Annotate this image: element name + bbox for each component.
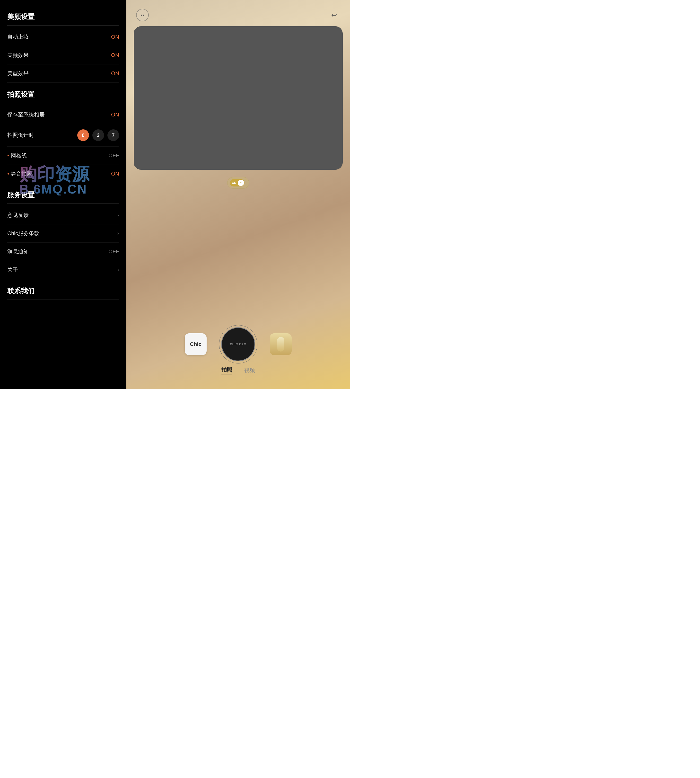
camera-row: Chic CHIC CAM [134,327,343,361]
feedback-label: 意见反馈 [7,212,29,219]
toggle-knob: ✦ [238,180,244,186]
bottom-controls: Chic CHIC CAM 拍照 视频 [127,199,350,389]
shutter-ring [219,325,257,364]
silent-photo-row[interactable]: 静音拍照 ON [7,165,119,183]
countdown-row: 拍照倒计时 0 3 7 [7,124,119,147]
shape-effect-status: ON [111,70,119,77]
beauty-effect-status: ON [111,52,119,58]
settings-panel: 美颜设置 自动上妆 ON 美颜效果 ON 美型效果 ON 拍照设置 保存至系统相… [0,0,127,389]
contact-section: 联系我们 [7,286,119,300]
chic-thumbnail[interactable]: Chic [185,333,207,355]
mode-tabs: 拍照 视频 [222,366,255,374]
photo-section: 拍照设置 保存至系统相册 ON 拍照倒计时 0 3 7 网格线 OFF 静音拍照… [7,90,119,183]
notifications-row[interactable]: 消息通知 OFF [7,243,119,261]
tab-video[interactable]: 视频 [244,367,255,374]
auto-makeup-label: 自动上妆 [7,33,29,41]
pill-icon [277,337,284,352]
about-label: 关于 [7,266,18,274]
save-to-album-status: ON [111,112,119,118]
star-icon: ✦ [240,181,242,185]
service-section-title: 服务设置 [7,190,119,200]
feedback-chevron-icon: › [117,212,119,218]
save-to-album-label: 保存至系统相册 [7,111,45,119]
silent-photo-status: ON [111,171,119,177]
grid-status: OFF [108,152,119,159]
dots-icon [141,15,144,16]
service-section: 服务设置 意见反馈 › Chic服务条款 › 消息通知 OFF 关于 › [7,190,119,279]
contact-section-title: 联系我们 [7,286,119,296]
beauty-section-title: 美颜设置 [7,12,119,22]
more-options-button[interactable] [136,9,149,22]
toggle-on-label: ON [232,181,236,185]
tab-photo[interactable]: 拍照 [222,366,232,374]
countdown-label: 拍照倒计时 [7,132,34,139]
beauty-effect-label: 美颜效果 [7,52,29,59]
filter-thumbnail[interactable] [270,333,292,355]
shape-effect-row[interactable]: 美型效果 ON [7,64,119,83]
timer-btn-7[interactable]: 7 [107,129,119,141]
feedback-row[interactable]: 意见反馈 › [7,206,119,224]
terms-row[interactable]: Chic服务条款 › [7,224,119,243]
camera-panel: ↩ ON ✦ Chic CHIC CAM [127,0,350,389]
silent-photo-label: 静音拍照 [7,170,32,177]
terms-chevron-icon: › [117,230,119,237]
save-to-album-row[interactable]: 保存至系统相册 ON [7,106,119,124]
about-row[interactable]: 关于 › [7,261,119,279]
photo-section-title: 拍照设置 [7,90,119,99]
timer-options: 0 3 7 [77,129,119,141]
terms-label: Chic服务条款 [7,230,39,237]
auto-makeup-row[interactable]: 自动上妆 ON [7,28,119,46]
back-button[interactable]: ↩ [328,9,340,22]
camera-viewfinder [134,26,343,170]
toggle-track: ON ✦ [230,179,245,187]
grid-label: 网格线 [7,152,27,159]
grid-row[interactable]: 网格线 OFF [7,147,119,165]
auto-makeup-status: ON [111,34,119,40]
beauty-effect-row[interactable]: 美颜效果 ON [7,46,119,64]
camera-header: ↩ [127,0,350,26]
about-chevron-icon: › [117,267,119,273]
shutter-button[interactable]: CHIC CAM [221,327,255,361]
timer-btn-0[interactable]: 0 [77,129,89,141]
ai-toggle[interactable]: ON ✦ [227,177,249,189]
timer-btn-3[interactable]: 3 [92,129,104,141]
notifications-label: 消息通知 [7,248,29,255]
back-arrow-icon: ↩ [331,11,337,19]
chic-label: Chic [190,341,202,347]
shape-effect-label: 美型效果 [7,70,29,77]
beauty-section: 美颜设置 自动上妆 ON 美颜效果 ON 美型效果 ON [7,12,119,83]
notifications-status: OFF [108,249,119,255]
